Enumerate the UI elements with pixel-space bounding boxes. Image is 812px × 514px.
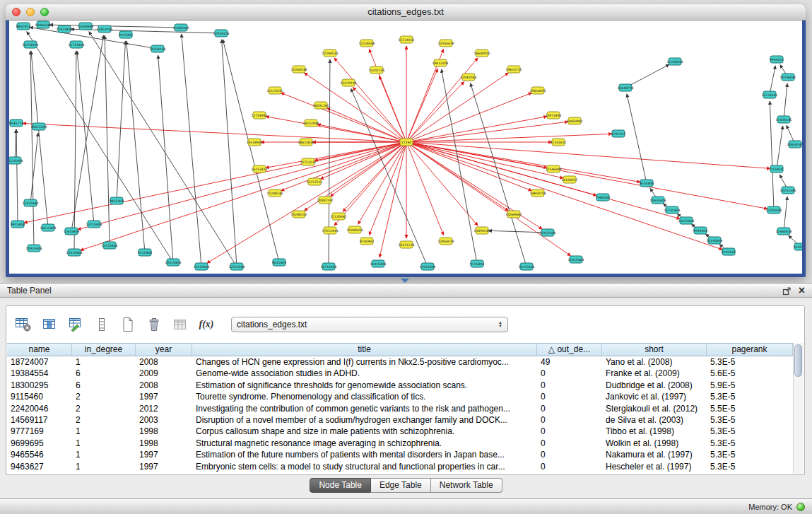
graph-node[interactable]: [370, 66, 383, 74]
graph-node[interactable]: [541, 229, 554, 236]
graph-node[interactable]: [70, 41, 83, 48]
graph-node[interactable]: [770, 165, 783, 173]
column-header[interactable]: name: [7, 344, 72, 356]
table-row[interactable]: 946362711997Embryonic stem cells: a mode…: [7, 461, 793, 472]
graph-node[interactable]: [103, 242, 116, 249]
function-builder-icon[interactable]: f(x): [198, 316, 215, 333]
graph-node[interactable]: [434, 59, 447, 66]
column-header[interactable]: short: [602, 344, 707, 356]
graph-node[interactable]: [552, 139, 565, 146]
graph-node[interactable]: [314, 102, 327, 109]
graph-node[interactable]: [37, 21, 49, 28]
graph-node[interactable]: [507, 66, 520, 73]
column-header[interactable]: pagerank: [707, 344, 793, 356]
graph-node[interactable]: [440, 238, 452, 245]
graph-node[interactable]: [694, 227, 707, 234]
table-row[interactable]: 977716911998Corpus callosum shape and si…: [7, 426, 793, 437]
create-new-table-icon[interactable]: [119, 316, 136, 333]
graph-node[interactable]: [98, 25, 111, 33]
table-settings-icon[interactable]: [15, 316, 32, 333]
graph-node[interactable]: [139, 249, 151, 256]
tab-network-table[interactable]: Network Table: [431, 478, 502, 493]
network-graph[interactable]: 1724012161612115463991485975810569462154…: [9, 21, 802, 274]
graph-node[interactable]: [767, 206, 780, 214]
graph-node[interactable]: [777, 228, 790, 235]
graph-node[interactable]: [11, 221, 24, 228]
graph-node[interactable]: [230, 263, 243, 270]
graph-node[interactable]: [68, 249, 81, 256]
graph-node[interactable]: [777, 116, 790, 123]
graph-node[interactable]: [520, 263, 533, 270]
graph-node[interactable]: [360, 238, 373, 245]
vertical-scrollbar[interactable]: [793, 343, 804, 474]
tab-node-table[interactable]: Node Table: [310, 478, 371, 493]
change-row-height-icon[interactable]: [93, 316, 110, 333]
graph-node[interactable]: [782, 187, 794, 194]
graph-node[interactable]: [58, 25, 71, 33]
graph-node[interactable]: [708, 237, 721, 244]
table-row[interactable]: 1456911722003Disruption of a novel membe…: [7, 414, 793, 426]
graph-node[interactable]: [273, 259, 286, 266]
graph-node[interactable]: [28, 245, 40, 252]
graph-node[interactable]: [110, 197, 123, 204]
graph-node[interactable]: [619, 84, 632, 91]
graph-node[interactable]: [547, 112, 560, 119]
table-row[interactable]: 911546021997Tourette syndrome. Phenomeno…: [7, 391, 793, 402]
import-table-icon[interactable]: [172, 316, 189, 333]
graph-node[interactable]: [33, 123, 45, 130]
column-header[interactable]: year: [136, 344, 192, 356]
graph-node[interactable]: [372, 260, 384, 267]
table-row[interactable]: 1830029562008Estimation of significance …: [7, 380, 793, 391]
graph-node[interactable]: [253, 165, 266, 173]
close-panel-icon[interactable]: ×: [799, 284, 805, 298]
graph-node[interactable]: [722, 248, 735, 255]
graph-node[interactable]: [293, 66, 305, 73]
graph-node[interactable]: [24, 41, 37, 48]
graph-node[interactable]: [476, 49, 488, 57]
graph-node[interactable]: [360, 40, 373, 47]
graph-node[interactable]: [421, 263, 434, 270]
graph-node[interactable]: [167, 259, 180, 266]
table-row[interactable]: 969969511998Structural magnetic resonanc…: [7, 438, 793, 449]
graph-node[interactable]: [293, 211, 305, 218]
graph-node[interactable]: [547, 165, 560, 173]
graph-node[interactable]: [471, 260, 483, 267]
edit-table-icon[interactable]: [67, 316, 84, 333]
network-view-canvas[interactable]: 1724012161612115463991485975810569462154…: [9, 21, 802, 274]
graph-node[interactable]: [42, 224, 54, 231]
graph-node[interactable]: [400, 139, 413, 146]
graph-node[interactable]: [680, 217, 693, 224]
column-header[interactable]: in_degree: [72, 344, 136, 356]
delete-table-icon[interactable]: [146, 316, 163, 333]
graph-node[interactable]: [763, 91, 776, 98]
graph-node[interactable]: [88, 221, 100, 228]
graph-node[interactable]: [195, 263, 208, 270]
graph-node[interactable]: [300, 139, 312, 146]
table-row[interactable]: 2242004622012Investigating the contribut…: [7, 403, 793, 414]
graph-node[interactable]: [248, 139, 261, 146]
graph-node[interactable]: [476, 227, 488, 234]
column-header[interactable]: △ out_de...: [537, 344, 602, 356]
graph-node[interactable]: [342, 79, 355, 86]
graph-node[interactable]: [253, 112, 266, 119]
column-header[interactable]: title: [192, 344, 537, 356]
graph-node[interactable]: [400, 241, 413, 248]
graph-node[interactable]: [669, 58, 681, 65]
graph-node[interactable]: [175, 24, 187, 31]
graph-node[interactable]: [65, 228, 78, 235]
graph-node[interactable]: [319, 197, 331, 204]
graph-node[interactable]: [400, 36, 413, 43]
graph-node[interactable]: [269, 87, 281, 94]
graph-node[interactable]: [269, 189, 281, 197]
graph-node[interactable]: [440, 40, 452, 47]
graph-node[interactable]: [568, 117, 581, 124]
graph-node[interactable]: [770, 56, 783, 63]
graph-node[interactable]: [782, 74, 794, 81]
graph-node[interactable]: [324, 227, 336, 234]
graph-node[interactable]: [119, 31, 132, 38]
graph-node[interactable]: [652, 197, 664, 204]
graph-node[interactable]: [563, 176, 576, 183]
table-selector-dropdown[interactable]: citations_edges.txt ▲▼: [231, 317, 508, 332]
graph-node[interactable]: [332, 213, 345, 220]
graph-node[interactable]: [596, 194, 609, 201]
